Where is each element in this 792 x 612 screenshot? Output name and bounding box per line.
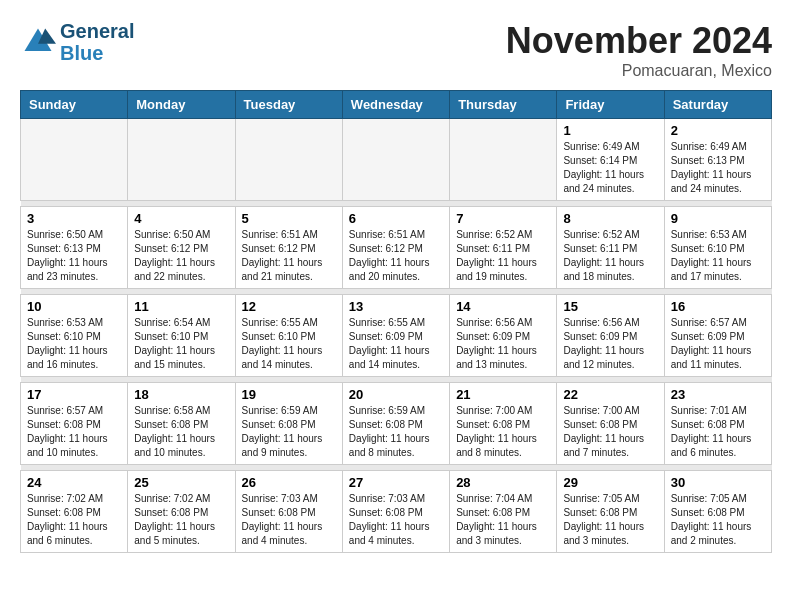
- day-number: 3: [27, 211, 121, 226]
- day-info: Sunrise: 7:00 AMSunset: 6:08 PMDaylight:…: [563, 404, 657, 460]
- day-info: Sunrise: 7:04 AMSunset: 6:08 PMDaylight:…: [456, 492, 550, 548]
- day-number: 20: [349, 387, 443, 402]
- calendar-day-cell: 27Sunrise: 7:03 AMSunset: 6:08 PMDayligh…: [342, 471, 449, 553]
- calendar-day-cell: 8Sunrise: 6:52 AMSunset: 6:11 PMDaylight…: [557, 207, 664, 289]
- calendar-week-row: 17Sunrise: 6:57 AMSunset: 6:08 PMDayligh…: [21, 383, 772, 465]
- calendar-day-cell: 29Sunrise: 7:05 AMSunset: 6:08 PMDayligh…: [557, 471, 664, 553]
- weekday-header: Saturday: [664, 91, 771, 119]
- day-info: Sunrise: 6:55 AMSunset: 6:09 PMDaylight:…: [349, 316, 443, 372]
- day-number: 27: [349, 475, 443, 490]
- calendar-day-cell: 1Sunrise: 6:49 AMSunset: 6:14 PMDaylight…: [557, 119, 664, 201]
- calendar-day-cell: 21Sunrise: 7:00 AMSunset: 6:08 PMDayligh…: [450, 383, 557, 465]
- calendar-day-cell: 6Sunrise: 6:51 AMSunset: 6:12 PMDaylight…: [342, 207, 449, 289]
- day-number: 17: [27, 387, 121, 402]
- calendar-week-row: 10Sunrise: 6:53 AMSunset: 6:10 PMDayligh…: [21, 295, 772, 377]
- logo: General Blue: [20, 20, 134, 64]
- logo-icon: [20, 24, 56, 60]
- day-info: Sunrise: 7:05 AMSunset: 6:08 PMDaylight:…: [671, 492, 765, 548]
- title-area: November 2024 Pomacuaran, Mexico: [506, 20, 772, 80]
- month-title: November 2024: [506, 20, 772, 62]
- calendar-day-cell: 22Sunrise: 7:00 AMSunset: 6:08 PMDayligh…: [557, 383, 664, 465]
- day-info: Sunrise: 6:49 AMSunset: 6:13 PMDaylight:…: [671, 140, 765, 196]
- day-info: Sunrise: 7:00 AMSunset: 6:08 PMDaylight:…: [456, 404, 550, 460]
- calendar-day-cell: 26Sunrise: 7:03 AMSunset: 6:08 PMDayligh…: [235, 471, 342, 553]
- day-info: Sunrise: 6:52 AMSunset: 6:11 PMDaylight:…: [456, 228, 550, 284]
- day-number: 23: [671, 387, 765, 402]
- day-number: 19: [242, 387, 336, 402]
- day-number: 26: [242, 475, 336, 490]
- day-number: 2: [671, 123, 765, 138]
- day-info: Sunrise: 6:59 AMSunset: 6:08 PMDaylight:…: [349, 404, 443, 460]
- calendar-day-cell: 4Sunrise: 6:50 AMSunset: 6:12 PMDaylight…: [128, 207, 235, 289]
- day-number: 25: [134, 475, 228, 490]
- calendar-day-cell: 2Sunrise: 6:49 AMSunset: 6:13 PMDaylight…: [664, 119, 771, 201]
- calendar-day-cell: 10Sunrise: 6:53 AMSunset: 6:10 PMDayligh…: [21, 295, 128, 377]
- day-info: Sunrise: 6:53 AMSunset: 6:10 PMDaylight:…: [671, 228, 765, 284]
- calendar-day-cell: 25Sunrise: 7:02 AMSunset: 6:08 PMDayligh…: [128, 471, 235, 553]
- day-number: 6: [349, 211, 443, 226]
- calendar-day-cell: 23Sunrise: 7:01 AMSunset: 6:08 PMDayligh…: [664, 383, 771, 465]
- day-info: Sunrise: 6:50 AMSunset: 6:13 PMDaylight:…: [27, 228, 121, 284]
- day-number: 22: [563, 387, 657, 402]
- weekday-header: Monday: [128, 91, 235, 119]
- day-info: Sunrise: 6:54 AMSunset: 6:10 PMDaylight:…: [134, 316, 228, 372]
- calendar-week-row: 3Sunrise: 6:50 AMSunset: 6:13 PMDaylight…: [21, 207, 772, 289]
- calendar-day-cell: 17Sunrise: 6:57 AMSunset: 6:08 PMDayligh…: [21, 383, 128, 465]
- day-info: Sunrise: 6:55 AMSunset: 6:10 PMDaylight:…: [242, 316, 336, 372]
- day-info: Sunrise: 6:49 AMSunset: 6:14 PMDaylight:…: [563, 140, 657, 196]
- day-number: 9: [671, 211, 765, 226]
- calendar-day-cell: 12Sunrise: 6:55 AMSunset: 6:10 PMDayligh…: [235, 295, 342, 377]
- day-info: Sunrise: 6:56 AMSunset: 6:09 PMDaylight:…: [563, 316, 657, 372]
- day-number: 5: [242, 211, 336, 226]
- day-info: Sunrise: 7:03 AMSunset: 6:08 PMDaylight:…: [242, 492, 336, 548]
- day-info: Sunrise: 6:58 AMSunset: 6:08 PMDaylight:…: [134, 404, 228, 460]
- day-number: 29: [563, 475, 657, 490]
- weekday-header: Friday: [557, 91, 664, 119]
- calendar-day-cell: 24Sunrise: 7:02 AMSunset: 6:08 PMDayligh…: [21, 471, 128, 553]
- day-number: 24: [27, 475, 121, 490]
- calendar-day-cell: 15Sunrise: 6:56 AMSunset: 6:09 PMDayligh…: [557, 295, 664, 377]
- day-info: Sunrise: 7:02 AMSunset: 6:08 PMDaylight:…: [134, 492, 228, 548]
- calendar-day-cell: 28Sunrise: 7:04 AMSunset: 6:08 PMDayligh…: [450, 471, 557, 553]
- day-info: Sunrise: 6:52 AMSunset: 6:11 PMDaylight:…: [563, 228, 657, 284]
- day-number: 30: [671, 475, 765, 490]
- calendar-day-cell: 18Sunrise: 6:58 AMSunset: 6:08 PMDayligh…: [128, 383, 235, 465]
- calendar-day-cell: 13Sunrise: 6:55 AMSunset: 6:09 PMDayligh…: [342, 295, 449, 377]
- day-number: 16: [671, 299, 765, 314]
- calendar-week-row: 1Sunrise: 6:49 AMSunset: 6:14 PMDaylight…: [21, 119, 772, 201]
- calendar-day-cell: 20Sunrise: 6:59 AMSunset: 6:08 PMDayligh…: [342, 383, 449, 465]
- day-info: Sunrise: 7:02 AMSunset: 6:08 PMDaylight:…: [27, 492, 121, 548]
- day-info: Sunrise: 6:53 AMSunset: 6:10 PMDaylight:…: [27, 316, 121, 372]
- logo-line2: Blue: [60, 42, 134, 64]
- day-info: Sunrise: 6:51 AMSunset: 6:12 PMDaylight:…: [242, 228, 336, 284]
- day-number: 11: [134, 299, 228, 314]
- calendar-day-cell: 9Sunrise: 6:53 AMSunset: 6:10 PMDaylight…: [664, 207, 771, 289]
- weekday-header-row: SundayMondayTuesdayWednesdayThursdayFrid…: [21, 91, 772, 119]
- calendar-day-cell: [235, 119, 342, 201]
- day-number: 7: [456, 211, 550, 226]
- day-number: 14: [456, 299, 550, 314]
- calendar-day-cell: 14Sunrise: 6:56 AMSunset: 6:09 PMDayligh…: [450, 295, 557, 377]
- calendar-day-cell: 7Sunrise: 6:52 AMSunset: 6:11 PMDaylight…: [450, 207, 557, 289]
- calendar-day-cell: 16Sunrise: 6:57 AMSunset: 6:09 PMDayligh…: [664, 295, 771, 377]
- day-info: Sunrise: 6:50 AMSunset: 6:12 PMDaylight:…: [134, 228, 228, 284]
- day-info: Sunrise: 6:51 AMSunset: 6:12 PMDaylight:…: [349, 228, 443, 284]
- day-number: 4: [134, 211, 228, 226]
- logo-line1: General: [60, 20, 134, 42]
- day-number: 28: [456, 475, 550, 490]
- calendar-day-cell: 3Sunrise: 6:50 AMSunset: 6:13 PMDaylight…: [21, 207, 128, 289]
- day-number: 15: [563, 299, 657, 314]
- day-info: Sunrise: 7:01 AMSunset: 6:08 PMDaylight:…: [671, 404, 765, 460]
- calendar: SundayMondayTuesdayWednesdayThursdayFrid…: [20, 90, 772, 553]
- weekday-header: Sunday: [21, 91, 128, 119]
- calendar-day-cell: [342, 119, 449, 201]
- day-info: Sunrise: 7:03 AMSunset: 6:08 PMDaylight:…: [349, 492, 443, 548]
- day-number: 10: [27, 299, 121, 314]
- calendar-day-cell: 11Sunrise: 6:54 AMSunset: 6:10 PMDayligh…: [128, 295, 235, 377]
- day-number: 21: [456, 387, 550, 402]
- weekday-header: Tuesday: [235, 91, 342, 119]
- day-number: 8: [563, 211, 657, 226]
- day-info: Sunrise: 6:56 AMSunset: 6:09 PMDaylight:…: [456, 316, 550, 372]
- day-number: 12: [242, 299, 336, 314]
- day-info: Sunrise: 6:57 AMSunset: 6:08 PMDaylight:…: [27, 404, 121, 460]
